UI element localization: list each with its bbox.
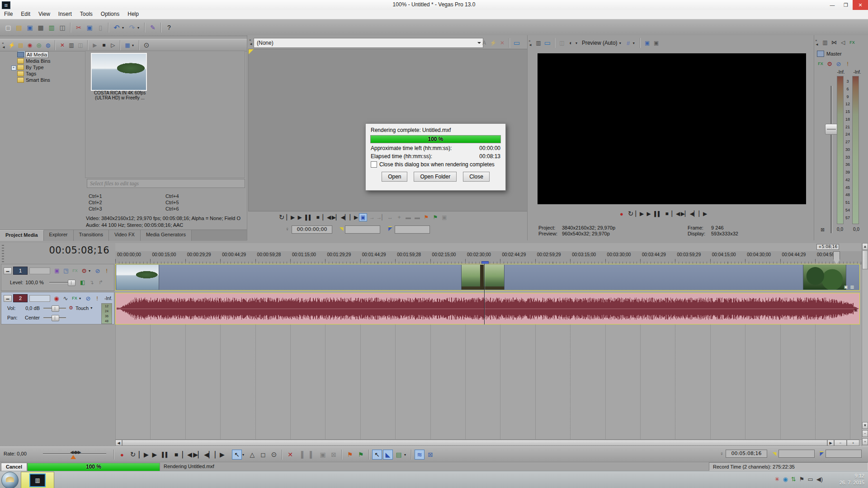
track-motion-icon[interactable]: ◳ (62, 267, 70, 275)
menu-tools[interactable]: Tools (76, 10, 97, 18)
loop-icon[interactable]: ↻ (278, 213, 286, 221)
plus-icon[interactable]: + (11, 66, 16, 70)
event-pan-crop-icon[interactable]: ▥ (850, 285, 854, 289)
stop-icon[interactable]: ■ (171, 450, 181, 460)
selection-end-field[interactable] (826, 450, 862, 458)
event-fx-icon[interactable]: ▣ (854, 308, 858, 312)
automation-settings-icon[interactable]: ⚙ (80, 267, 88, 275)
invert-phase-icon[interactable]: ∿ (61, 294, 70, 302)
mute-icon[interactable]: ⊘ (835, 60, 843, 68)
tree-item-tags[interactable]: Tags (10, 70, 83, 76)
zoom-in-icon[interactable]: + (847, 440, 859, 446)
checkbox-icon[interactable] (371, 161, 377, 168)
event-fx-icon[interactable]: ▣ (844, 285, 848, 289)
timeline[interactable]: +5:08;16 00:00:00;0000:00:15;0000:00:29;… (115, 243, 862, 446)
pause-icon[interactable]: ▌▌ (654, 210, 662, 218)
scroll-left-icon[interactable]: ◀ (115, 440, 122, 446)
snap-icon[interactable]: ↖ (372, 450, 382, 460)
tab-explorer[interactable]: Explorer (44, 230, 74, 241)
video-track-header[interactable]: ▬ 1 ▣◳FX⚙▾⊘! Level: 100,0 % ◧↴↱ (1, 264, 114, 291)
record-icon[interactable]: ● (618, 210, 626, 218)
video-track-number[interactable]: 1 (13, 267, 28, 275)
minimize-button[interactable]: — (826, 0, 839, 10)
vertical-scrollbar[interactable]: ▲ ▼ − + (862, 243, 868, 446)
cancel-button[interactable]: Cancel (1, 463, 27, 471)
views-icon[interactable]: ▦ (123, 41, 132, 49)
lock-icon[interactable]: ⊠ (821, 227, 825, 233)
fx-chain-select[interactable]: (None) (254, 38, 483, 48)
audio-track-header[interactable]: ▬ 2 ◉∿FX▾⊘! -Inf. Vol: 0,0 dB ⚙ Touch ▾ … (1, 292, 114, 324)
preview-stop-icon[interactable]: ■ (100, 41, 108, 49)
close-panel-icon[interactable]: × (815, 38, 819, 42)
master-fader-track[interactable] (830, 86, 832, 233)
automation-mode[interactable]: Touch (75, 305, 89, 311)
chevron-down-icon[interactable]: ▾ (242, 453, 246, 457)
menu-help[interactable]: Help (123, 10, 143, 18)
chevron-down-icon[interactable]: ▾ (90, 306, 94, 310)
tab-transitions[interactable]: Transitions (74, 230, 109, 241)
vol-value[interactable]: 0,0 dB (21, 305, 40, 311)
tree-item-smart-bins[interactable]: Smart Bins (10, 77, 83, 83)
automation-settings-icon[interactable]: ⚙ (69, 305, 73, 311)
save-project-icon[interactable]: ▣ (25, 23, 35, 33)
loop-icon[interactable]: ↻ (627, 210, 635, 218)
media-fx-icon[interactable]: ⚡ (8, 41, 16, 49)
pin-panel-icon[interactable]: ◄ (2, 45, 5, 49)
trimmer-timecode-field[interactable]: 00:00:00;00 (292, 225, 332, 234)
track-zoom-out-icon[interactable]: − (862, 430, 868, 437)
solo-icon[interactable]: ! (103, 267, 111, 275)
chevron-down-icon[interactable]: ▾ (633, 41, 637, 45)
next-frame-icon[interactable]: ▏▶ (699, 210, 707, 218)
level-value[interactable]: 100,0 % (25, 280, 43, 285)
go-start-icon[interactable]: ▏◀ (672, 210, 680, 218)
pin-panel-icon[interactable]: ◄ (528, 43, 532, 47)
loop-icon[interactable]: ↻ (128, 450, 138, 460)
preview-quality-dropdown[interactable]: Preview (Auto) (580, 40, 619, 46)
scroll-up-icon[interactable]: ▲ (862, 243, 868, 250)
selection-tool-icon[interactable]: ◻ (258, 450, 268, 460)
quantize-icon[interactable]: ▤ (394, 450, 404, 460)
whats-this-icon[interactable]: ? (164, 23, 174, 33)
taskbar-app-vegas[interactable]: ▥ (21, 472, 54, 488)
level-slider[interactable] (49, 280, 75, 285)
menu-edit[interactable]: Edit (17, 10, 34, 18)
pause-icon[interactable]: ▌▌ (160, 450, 170, 460)
region-icon[interactable]: ⚑ (431, 213, 439, 221)
pan-slider[interactable] (43, 315, 66, 320)
volume-icon[interactable]: ◀) (816, 476, 823, 483)
undo-icon[interactable]: ↶ (112, 23, 122, 33)
close-panel-icon[interactable]: × (2, 41, 5, 45)
chevron-down-icon[interactable]: ▾ (404, 453, 408, 457)
chevron-down-icon[interactable]: ▾ (79, 296, 83, 300)
minimize-track-icon[interactable]: ▬ (4, 267, 12, 274)
color-channel-icon[interactable]: ◐ (567, 39, 575, 47)
mute-icon[interactable]: ⊘ (94, 267, 102, 275)
play-icon[interactable]: ▶ (296, 213, 304, 221)
pan-slider-handle[interactable] (52, 315, 59, 321)
tab-video-fx[interactable]: Video FX (109, 230, 141, 241)
go-end-icon[interactable]: ▶▏ (681, 210, 689, 218)
import-media-icon[interactable]: ▤ (17, 41, 25, 49)
track-fx-icon[interactable]: FX (71, 294, 79, 302)
dim-output-icon[interactable]: ◁ (839, 38, 847, 47)
tab-project-media[interactable]: Project Media (0, 230, 44, 241)
close-dialog-checkbox[interactable]: Close this dialog box when rendering com… (371, 161, 495, 168)
scroll-right-icon[interactable]: ▶ (827, 440, 834, 446)
expand-icon[interactable]: + (10, 64, 17, 70)
play-start-icon[interactable]: ▏▶ (139, 450, 149, 460)
copy-icon[interactable]: ▣ (85, 23, 94, 33)
delete-icon[interactable]: ✕ (285, 450, 295, 460)
next-frame-icon[interactable]: ▏▶ (350, 213, 358, 221)
network-icon[interactable]: ▭ (807, 476, 813, 483)
audio-event[interactable]: ▣ (115, 293, 860, 324)
cut-icon[interactable]: ✂ (74, 23, 84, 33)
close-button[interactable]: ✕ (853, 0, 868, 10)
horizontal-scrollbar[interactable]: ◀ ▶ − + (115, 439, 862, 446)
menu-options[interactable]: Options (97, 10, 123, 18)
tab-media-generators[interactable]: Media Generators (141, 230, 192, 241)
overwrite-icon[interactable]: ▣ (359, 213, 367, 221)
record-arm-icon[interactable]: ◉ (52, 294, 61, 302)
menu-view[interactable]: View (34, 10, 54, 18)
remove-media-icon[interactable]: ✕ (58, 41, 66, 49)
chevron-down-icon[interactable]: ▾ (619, 41, 623, 45)
